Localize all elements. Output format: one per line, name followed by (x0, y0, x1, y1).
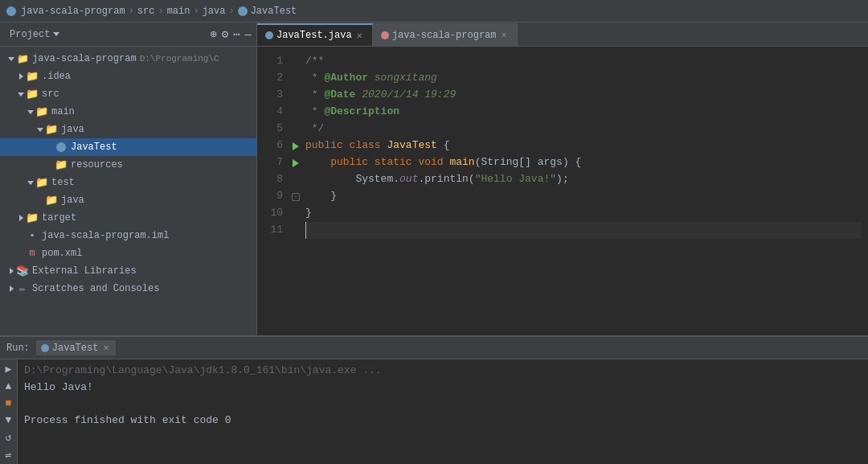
code-line-10: } (305, 205, 862, 222)
folder-icon: 📁 (16, 52, 29, 65)
java-breadcrumb-icon (238, 6, 248, 16)
folder-test-icon: 📁 (35, 176, 48, 189)
run-console-btn[interactable]: ▶ (1, 363, 17, 376)
tree-java-folder[interactable]: 📁 java (0, 121, 256, 138)
run-button-6[interactable] (286, 138, 305, 154)
arrow-icon (16, 72, 26, 81)
rerun-btn[interactable]: ↺ (1, 431, 17, 444)
console-toolbar: ▶ ▲ ■ ▼ ↺ ⇌ (0, 359, 18, 464)
tab-scala-label: java-scala-program (392, 30, 497, 41)
arrow-icon (6, 284, 16, 294)
folder-java-icon: 📁 (45, 123, 58, 136)
project-tab-actions: ⊕ ⚙ ⋯ — (210, 27, 252, 41)
console-output: D:\Programing\Language\Java\jdk1.8.0_161… (18, 359, 868, 464)
arrow-icon (26, 107, 35, 117)
scroll-up-btn[interactable]: ▲ (1, 380, 17, 392)
tree-scratches[interactable]: ✏ Scratches and Consoles (0, 280, 256, 298)
bottom-panel: Run: JavaTest ✕ ▶ ▲ ■ ▼ ↺ ⇌ D:\Programin… (0, 335, 868, 464)
java-file-icon (55, 141, 68, 154)
folder-src-icon: 📁 (26, 88, 39, 101)
arrow-spacer (16, 231, 26, 240)
external-lib-icon: 📚 (16, 265, 29, 277)
tree-main[interactable]: 📁 main (0, 103, 256, 121)
code-container: 1 2 3 4 5 6 7 8 9 10 11 - (257, 47, 868, 335)
folder-main-icon: 📁 (35, 105, 48, 118)
tree-test[interactable]: 📁 test (0, 174, 256, 191)
tree-idea[interactable]: 📁 .idea (0, 68, 256, 85)
arrow-icon (26, 178, 35, 187)
iml-icon: ▪ (26, 229, 39, 242)
xml-icon: m (26, 247, 39, 260)
code-line-1: /** (305, 53, 862, 70)
tab-javatest-label: JavaTest.java (276, 30, 352, 41)
console-line-4: Process finished with exit code 0 (24, 413, 862, 429)
tab-scala-close[interactable]: ✕ (499, 29, 508, 41)
tree-iml[interactable]: ▪ java-scala-program.iml (0, 227, 256, 244)
code-line-4: * @Description (305, 104, 862, 121)
tree-resources[interactable]: 📁 resources (0, 156, 256, 174)
tab-javatest[interactable]: JavaTest.java ✕ (257, 23, 373, 46)
code-line-7: public static void main(String[] args) { (305, 154, 862, 171)
code-editor[interactable]: /** * @Author songxitang * @Date 2020/1/… (305, 47, 868, 335)
breadcrumb-project: java-scala-program (21, 6, 125, 17)
gutter: - (286, 47, 305, 335)
code-line-11: ​ (305, 222, 862, 239)
arrow-icon (35, 125, 45, 134)
folder-test-java-icon: 📁 (45, 194, 58, 207)
code-line-3: * @Date 2020/1/14 19:29 (305, 87, 862, 104)
code-line-5: */ (305, 121, 862, 138)
chevron-down-icon (53, 32, 59, 36)
tree-src[interactable]: 📁 src (0, 85, 256, 103)
gear-icon[interactable]: ⋯ (233, 27, 240, 41)
arrow-icon (16, 89, 26, 99)
run-tab-bar: Run: JavaTest ✕ (0, 337, 868, 359)
arrow-spacer (45, 142, 55, 152)
arrow-icon (16, 213, 26, 223)
tab-javatest-close[interactable]: ✕ (355, 30, 364, 42)
java-tab-icon (265, 31, 273, 39)
folder-target-icon: 📁 (26, 211, 39, 224)
console-tab-close[interactable]: ✕ (101, 342, 110, 354)
locate-icon[interactable]: ⊕ (210, 27, 216, 41)
main-area: Project ⊕ ⚙ ⋯ — 📁 java-scala-program D:\… (0, 23, 868, 335)
m-tab-icon (381, 31, 389, 39)
run-button-7[interactable] (286, 154, 305, 171)
tree-external-libs[interactable]: 📚 External Libraries (0, 262, 256, 280)
editor-area: JavaTest.java ✕ java-scala-program ✕ 1 2… (257, 23, 868, 335)
code-line-6: public class JavaTest { (305, 138, 862, 154)
tree-target[interactable]: 📁 target (0, 209, 256, 227)
project-tab[interactable]: Project (5, 29, 64, 40)
fold-9[interactable]: - (286, 188, 305, 205)
tab-scala-program[interactable]: java-scala-program ✕ (373, 23, 518, 46)
scroll-down-btn[interactable]: ▼ (1, 414, 17, 426)
arrow-spacer (35, 195, 45, 205)
file-tree: 📁 java-scala-program D:\Programing\C 📁 .… (0, 47, 256, 335)
code-line-2: * @Author songxitang (305, 70, 862, 87)
tree-root[interactable]: 📁 java-scala-program D:\Programing\C (0, 50, 256, 68)
editor-tab-bar: JavaTest.java ✕ java-scala-program ✕ (257, 23, 868, 47)
console-line-2: Hello Java! (24, 380, 862, 396)
scratch-icon: ✏ (16, 282, 29, 295)
code-line-9: } (305, 188, 862, 205)
console-line-1: D:\Programing\Language\Java\jdk1.8.0_161… (24, 363, 862, 380)
stop-btn[interactable]: ■ (1, 397, 17, 409)
minimize-icon[interactable]: — (245, 28, 252, 41)
project-tab-label: Project (10, 29, 50, 40)
console-tab-icon (41, 344, 49, 352)
run-tab-javatest[interactable]: JavaTest ✕ (36, 340, 116, 355)
app-icon (6, 6, 16, 16)
breadcrumb: java-scala-program › src › main › java ›… (21, 6, 297, 17)
run-label: Run: (6, 343, 30, 354)
arrow-spacer (45, 160, 55, 170)
tree-test-java[interactable]: 📁 java (0, 191, 256, 209)
title-bar: java-scala-program › src › main › java ›… (0, 0, 868, 23)
tree-pom[interactable]: m pom.xml (0, 244, 256, 262)
tree-javatest[interactable]: JavaTest (0, 138, 256, 156)
folder-idea-icon: 📁 (26, 70, 39, 83)
project-panel: Project ⊕ ⚙ ⋯ — 📁 java-scala-program D:\… (0, 23, 257, 335)
arrow-spacer (16, 248, 26, 258)
console-line-3 (24, 396, 862, 413)
settings-icon[interactable]: ⚙ (222, 27, 228, 41)
wrap-btn[interactable]: ⇌ (1, 449, 17, 462)
arrow-icon (6, 54, 16, 64)
